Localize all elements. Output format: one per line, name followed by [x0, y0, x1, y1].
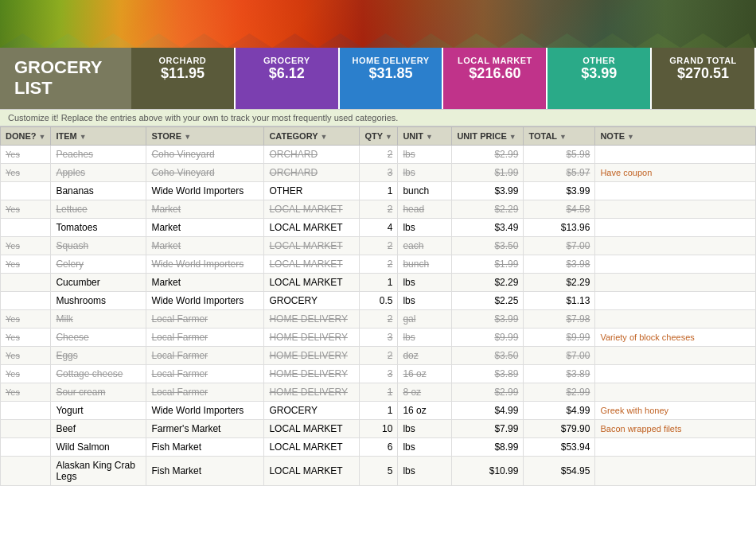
cell-total: $3.98 [524, 255, 595, 273]
cell-done: Yes [1, 309, 51, 328]
cell-category: HOME DELIVERY [264, 383, 360, 401]
cell-unitprice: $8.99 [452, 437, 524, 456]
table-row: Yes Eggs Local Farmer HOME DELIVERY 2 do… [1, 346, 756, 364]
cell-store: Coho Vineyard [146, 145, 264, 163]
cell-qty: 2 [360, 145, 398, 163]
cell-category: GROCERY [264, 291, 360, 309]
cell-qty: 1 [360, 181, 398, 200]
cell-total: $7.00 [524, 236, 595, 255]
table-header-row: DONE?▼ ITEM▼ STORE▼ CATEGORY▼ QTY▼ UNIT▼… [1, 126, 756, 145]
summary-card-other: OTHER$3.99 [548, 48, 652, 109]
cell-unit: each [398, 236, 452, 255]
card-label-localmarket: LOCAL MARKET [448, 56, 541, 65]
card-label-grandtotal: GRAND TOTAL [657, 56, 750, 65]
cell-category: HOME DELIVERY [264, 364, 360, 383]
card-value-grandtotal: $270.51 [657, 65, 750, 82]
cell-unitprice: $1.99 [452, 255, 524, 273]
summary-card-orchard: ORCHARD$11.95 [131, 48, 236, 109]
cell-item: Beef [51, 419, 146, 437]
card-value-other: $3.99 [552, 65, 645, 82]
cell-qty: 3 [360, 163, 398, 181]
cell-item: Peaches [51, 145, 146, 163]
table-row: Yes Celery Wide World Importers LOCAL MA… [1, 255, 756, 273]
cell-done [1, 401, 51, 419]
table-row: Bananas Wide World Importers OTHER 1 bun… [1, 181, 756, 200]
cell-unit: 8 oz [398, 383, 452, 401]
cell-unit: gal [398, 309, 452, 328]
col-header-note: NOTE▼ [595, 126, 756, 145]
header-image [0, 0, 756, 48]
cell-category: ORCHARD [264, 163, 360, 181]
cell-store: Market [146, 200, 264, 218]
cell-note [595, 309, 756, 328]
table-row: Cucumber Market LOCAL MARKET 1 lbs $2.29… [1, 273, 756, 291]
cell-item: Bananas [51, 181, 146, 200]
cell-category: LOCAL MARKET [264, 255, 360, 273]
cell-note [595, 291, 756, 309]
card-value-homedelivery: $31.85 [345, 65, 438, 82]
cell-qty: 2 [360, 255, 398, 273]
cell-note: Bacon wrapped filets [595, 419, 756, 437]
summary-card-grocery: GROCERY$6.12 [236, 48, 340, 109]
table-row: Yes Milk Local Farmer HOME DELIVERY 2 ga… [1, 309, 756, 328]
cell-unit: lbs [398, 328, 452, 346]
table-row: Beef Farmer's Market LOCAL MARKET 10 lbs… [1, 419, 756, 437]
cell-note [595, 383, 756, 401]
cell-total: $9.99 [524, 328, 595, 346]
cell-unitprice: $3.99 [452, 309, 524, 328]
cell-store: Market [146, 273, 264, 291]
cell-total: $7.00 [524, 346, 595, 364]
cell-category: HOME DELIVERY [264, 346, 360, 364]
table-row: Yes Cheese Local Farmer HOME DELIVERY 3 … [1, 328, 756, 346]
cell-category: HOME DELIVERY [264, 309, 360, 328]
cell-unitprice: $2.29 [452, 273, 524, 291]
cell-qty: 2 [360, 346, 398, 364]
cell-total: $4.99 [524, 401, 595, 419]
cell-unitprice: $3.50 [452, 346, 524, 364]
cell-qty: 2 [360, 309, 398, 328]
col-header-category: CATEGORY▼ [264, 126, 360, 145]
cell-total: $1.13 [524, 291, 595, 309]
cell-item: Mushrooms [51, 291, 146, 309]
cell-unitprice: $2.99 [452, 383, 524, 401]
cell-item: Cheese [51, 328, 146, 346]
cell-item: Apples [51, 163, 146, 181]
cell-category: LOCAL MARKET [264, 419, 360, 437]
cell-store: Wide World Importers [146, 255, 264, 273]
cell-done [1, 456, 51, 485]
cell-unitprice: $1.99 [452, 163, 524, 181]
summary-cards: ORCHARD$11.95GROCERY$6.12HOME DELIVERY$3… [131, 48, 756, 109]
card-value-grocery: $6.12 [240, 65, 333, 82]
cell-qty: 4 [360, 218, 398, 236]
title-summary-row: GROCERYLIST ORCHARD$11.95GROCERY$6.12HOM… [0, 48, 756, 109]
cell-unitprice: $3.99 [452, 181, 524, 200]
cell-category: LOCAL MARKET [264, 218, 360, 236]
card-label-grocery: GROCERY [240, 56, 333, 65]
cell-total: $4.58 [524, 200, 595, 218]
cell-unit: lbs [398, 291, 452, 309]
cell-note [595, 273, 756, 291]
cell-category: ORCHARD [264, 145, 360, 163]
cell-item: Milk [51, 309, 146, 328]
col-header-total: TOTAL▼ [524, 126, 595, 145]
cell-note [595, 200, 756, 218]
cell-category: OTHER [264, 181, 360, 200]
cell-store: Local Farmer [146, 383, 264, 401]
cell-store: Coho Vineyard [146, 163, 264, 181]
cell-unit: head [398, 200, 452, 218]
table-row: Yes Sour cream Local Farmer HOME DELIVER… [1, 383, 756, 401]
cell-unit: lbs [398, 145, 452, 163]
col-header-unit: UNIT▼ [398, 126, 452, 145]
cell-total: $79.90 [524, 419, 595, 437]
cell-unitprice: $7.99 [452, 419, 524, 437]
cell-item: Celery [51, 255, 146, 273]
cell-note: Greek with honey [595, 401, 756, 419]
cell-category: LOCAL MARKET [264, 273, 360, 291]
cell-item: Eggs [51, 346, 146, 364]
card-value-orchard: $11.95 [136, 65, 229, 82]
cell-item: Cottage cheese [51, 364, 146, 383]
cell-store: Fish Market [146, 456, 264, 485]
cell-qty: 6 [360, 437, 398, 456]
cell-unitprice: $3.89 [452, 364, 524, 383]
cell-unitprice: $2.25 [452, 291, 524, 309]
